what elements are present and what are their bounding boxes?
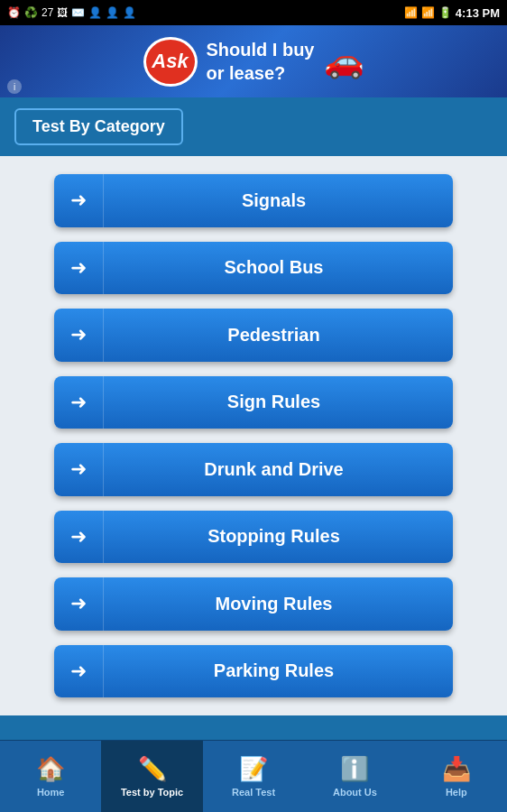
category-btn-pedestrian[interactable]: ➜ Pedestrian [54, 309, 453, 362]
ad-text: Should I buy or lease? [207, 38, 315, 85]
category-btn-signals[interactable]: ➜ Signals [54, 174, 453, 227]
notification-count: 27 [41, 6, 53, 19]
category-btn-school-bus[interactable]: ➜ School Bus [54, 242, 453, 295]
real-test-icon: 📝 [239, 755, 268, 783]
recycle-icon: ♻️ [24, 6, 38, 19]
bottom-nav: 🏠 Home ✏️ Test by Topic 📝 Real Test ℹ️ A… [0, 740, 507, 812]
real-test-label: Real Test [232, 787, 275, 798]
nav-item-help[interactable]: 📥 Help [406, 741, 507, 812]
category-btn-drunk-and-drive[interactable]: ➜ Drunk and Drive [54, 443, 453, 496]
help-label: Help [446, 787, 467, 798]
mail-icon: ✉️ [71, 6, 85, 19]
category-label-drunk-and-drive: Drunk and Drive [104, 459, 453, 480]
header: Test By Category [0, 97, 507, 156]
ad-info-icon[interactable]: i [7, 79, 22, 94]
test-by-topic-icon: ✏️ [138, 755, 167, 783]
arrow-icon-parking-rules: ➜ [54, 645, 104, 698]
category-btn-parking-rules[interactable]: ➜ Parking Rules [54, 645, 453, 698]
about-us-label: About Us [333, 787, 377, 798]
category-list: ➜ Signals ➜ School Bus ➜ Pedestrian ➜ Si… [0, 156, 507, 715]
category-btn-sign-rules[interactable]: ➜ Sign Rules [54, 376, 453, 429]
category-label-sign-rules: Sign Rules [104, 392, 453, 412]
nav-item-home[interactable]: 🏠 Home [0, 741, 101, 812]
status-bar: ⏰ ♻️ 27 🖼 ✉️ 👤 👤 👤 📶 📶 🔋 4:13 PM [0, 0, 507, 25]
image-icon: 🖼 [57, 6, 68, 19]
arrow-icon-school-bus: ➜ [54, 242, 104, 295]
wifi-icon: 📶 [404, 6, 418, 19]
category-btn-moving-rules[interactable]: ➜ Moving Rules [54, 577, 453, 631]
arrow-icon-signals: ➜ [54, 174, 104, 227]
nav-item-test-by-topic[interactable]: ✏️ Test by Topic [101, 741, 202, 812]
home-label: Home [37, 787, 65, 798]
ask-logo: Ask [143, 37, 198, 87]
alarm-icon: ⏰ [7, 6, 21, 19]
arrow-icon-pedestrian: ➜ [54, 309, 104, 362]
test-by-topic-label: Test by Topic [121, 787, 183, 798]
status-left: ⏰ ♻️ 27 🖼 ✉️ 👤 👤 👤 [7, 6, 136, 19]
nav-item-about-us[interactable]: ℹ️ About Us [304, 741, 405, 812]
category-btn-stopping-rules[interactable]: ➜ Stopping Rules [54, 511, 453, 564]
user-icon1: 👤 [88, 6, 102, 19]
arrow-icon-moving-rules: ➜ [54, 577, 104, 631]
nav-item-real-test[interactable]: 📝 Real Test [203, 741, 304, 812]
about-us-icon: ℹ️ [340, 755, 369, 783]
user-icon3: 👤 [123, 6, 136, 19]
signal-icon: 📶 [421, 6, 435, 19]
category-label-parking-rules: Parking Rules [104, 660, 453, 681]
home-icon: 🏠 [36, 755, 65, 783]
page-title-box: Test By Category [14, 108, 183, 145]
category-label-signals: Signals [104, 190, 453, 211]
page-title: Test By Category [32, 117, 165, 135]
category-label-school-bus: School Bus [104, 257, 453, 278]
help-icon: 📥 [442, 755, 471, 783]
ad-car-icon: 🚗 [324, 42, 364, 80]
arrow-icon-drunk-and-drive: ➜ [54, 443, 104, 496]
category-label-pedestrian: Pedestrian [104, 325, 453, 346]
category-label-stopping-rules: Stopping Rules [104, 526, 453, 547]
arrow-icon-sign-rules: ➜ [54, 376, 104, 429]
arrow-icon-stopping-rules: ➜ [54, 511, 104, 564]
battery-icon: 🔋 [438, 6, 452, 19]
category-label-moving-rules: Moving Rules [104, 594, 453, 614]
status-right: 📶 📶 🔋 4:13 PM [404, 6, 500, 20]
ad-banner[interactable]: Ask Should I buy or lease? 🚗 i [0, 25, 507, 97]
user-icon2: 👤 [106, 6, 119, 19]
time-display: 4:13 PM [456, 6, 500, 20]
